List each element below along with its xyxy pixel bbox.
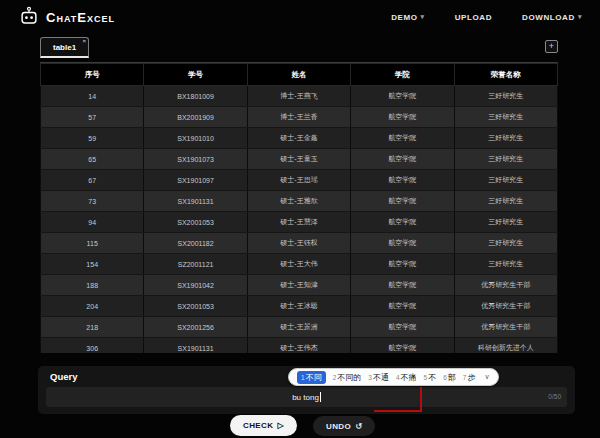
query-label: Query bbox=[50, 371, 77, 382]
tab-table1[interactable]: table1 × bbox=[40, 37, 89, 58]
table-row: 115SX2001182硕士-王钰权航空学院三好研究生 bbox=[41, 233, 558, 254]
table-cell: 154 bbox=[41, 254, 144, 275]
table-cell: SX1901073 bbox=[144, 149, 247, 170]
ime-candidate-number: 3 bbox=[368, 374, 372, 381]
chevron-down-icon: ▾ bbox=[421, 13, 425, 21]
table-cell: SX1901131 bbox=[144, 191, 247, 212]
table-cell: SX2001053 bbox=[144, 212, 247, 233]
ime-candidate-text: 不同的 bbox=[337, 372, 361, 383]
text-caret bbox=[320, 392, 321, 402]
table-cell: 航空学院 bbox=[351, 149, 454, 170]
table-cell: 115 bbox=[41, 233, 144, 254]
table-cell: 科研创新先进个人 bbox=[454, 338, 557, 354]
table-row: 73SX1901131硕士-王雅欣航空学院三好研究生 bbox=[41, 191, 558, 212]
query-input-value: bu tong bbox=[292, 393, 319, 402]
column-header: 荣誉名称 bbox=[454, 64, 557, 86]
undo-button[interactable]: UNDO ↺ bbox=[313, 416, 375, 436]
ime-candidate-number: 1 bbox=[301, 374, 305, 381]
nav-item-demo[interactable]: DEMO▾ bbox=[391, 13, 425, 22]
table-cell: 硕士-王思瑶 bbox=[247, 170, 350, 191]
table-cell: SZ2001121 bbox=[144, 254, 247, 275]
table-cell: SX1901042 bbox=[144, 275, 247, 296]
nav-item-upload[interactable]: UPLOAD bbox=[455, 13, 492, 22]
top-nav: DEMO▾UPLOADDOWNLOAD▾ bbox=[391, 13, 582, 22]
table-cell: 三好研究生 bbox=[454, 149, 557, 170]
table-cell: SX1901131 bbox=[144, 338, 247, 354]
table-row: 306SX1901131硕士-王伟杰航空学院科研创新先进个人 bbox=[41, 338, 558, 354]
table-cell: 硕士-王伟杰 bbox=[247, 338, 350, 354]
ime-candidate[interactable]: 6部 bbox=[443, 372, 456, 383]
robot-logo-icon bbox=[18, 6, 40, 28]
ime-candidate-text: 不同 bbox=[306, 372, 322, 383]
table-cell: 三好研究生 bbox=[454, 212, 557, 233]
data-table-container: 序号学号姓名学院荣誉名称 14BX1801009博士-王燕飞航空学院三好研究生5… bbox=[40, 62, 558, 353]
table-cell: 三好研究生 bbox=[454, 254, 557, 275]
nav-item-label: DEMO bbox=[391, 13, 417, 22]
table-cell: 优秀研究生干部 bbox=[454, 317, 557, 338]
table-row: 14BX1801009博士-王燕飞航空学院三好研究生 bbox=[41, 86, 558, 107]
table-cell: 航空学院 bbox=[351, 107, 454, 128]
ime-chevron-down-icon[interactable]: ∨ bbox=[484, 373, 489, 381]
table-cell: 博士-王兰香 bbox=[247, 107, 350, 128]
table-row: 57BX2001909博士-王兰香航空学院三好研究生 bbox=[41, 107, 558, 128]
table-cell: 硕士-王慧泽 bbox=[247, 212, 350, 233]
ime-candidate[interactable]: 4不痛 bbox=[396, 372, 417, 383]
nav-item-label: DOWNLOAD bbox=[522, 13, 575, 22]
table-row: 218SX2001256硕士-王景洲航空学院优秀研究生干部 bbox=[41, 317, 558, 338]
ime-candidate[interactable]: 1不同 bbox=[297, 371, 326, 384]
table-cell: 204 bbox=[41, 296, 144, 317]
table-cell: 73 bbox=[41, 191, 144, 212]
table-cell: 航空学院 bbox=[351, 317, 454, 338]
table-cell: 航空学院 bbox=[351, 128, 454, 149]
table-cell: 硕士-王冰聪 bbox=[247, 296, 350, 317]
ime-candidate[interactable]: 5不 bbox=[424, 372, 437, 383]
check-button[interactable]: CHECK ▷ bbox=[230, 415, 297, 436]
table-cell: 博士-王燕飞 bbox=[247, 86, 350, 107]
table-row: 204SX2001053硕士-王冰聪航空学院优秀研究生干部 bbox=[41, 296, 558, 317]
add-table-button[interactable]: + bbox=[545, 40, 558, 53]
table-row: 94SX2001053硕士-王慧泽航空学院三好研究生 bbox=[41, 212, 558, 233]
table-cell: 航空学院 bbox=[351, 191, 454, 212]
nav-item-label: UPLOAD bbox=[455, 13, 492, 22]
table-cell: BX2001909 bbox=[144, 107, 247, 128]
tab-close-icon[interactable]: × bbox=[83, 38, 87, 44]
table-cell: 硕士-王知津 bbox=[247, 275, 350, 296]
table-cell: SX2001182 bbox=[144, 233, 247, 254]
check-button-label: CHECK bbox=[243, 421, 273, 430]
table-cell: 三好研究生 bbox=[454, 233, 557, 254]
undo-icon: ↺ bbox=[355, 422, 362, 431]
table-row: 59SX1901010硕士-王金鑫航空学院三好研究生 bbox=[41, 128, 558, 149]
tab-label: table1 bbox=[53, 43, 76, 52]
table-row: 65SX1901073硕士-王童玉航空学院三好研究生 bbox=[41, 149, 558, 170]
table-cell: 硕士-王大伟 bbox=[247, 254, 350, 275]
ime-candidate-text: 部 bbox=[448, 372, 456, 383]
table-cell: 航空学院 bbox=[351, 233, 454, 254]
table-cell: 硕士-王景洲 bbox=[247, 317, 350, 338]
query-input[interactable]: bu tong 0/50 bbox=[46, 387, 567, 407]
ime-candidate[interactable]: 3不通 bbox=[368, 372, 389, 383]
ime-candidate-popup: 1不同2不同的3不通4不痛5不6部7步∨ bbox=[288, 368, 499, 386]
table-cell: BX1801009 bbox=[144, 86, 247, 107]
column-header: 学院 bbox=[351, 64, 454, 86]
ime-candidate-text: 不通 bbox=[373, 372, 389, 383]
table-cell: 三好研究生 bbox=[454, 191, 557, 212]
ime-candidate-number: 2 bbox=[333, 374, 337, 381]
table-cell: 14 bbox=[41, 86, 144, 107]
table-cell: 218 bbox=[41, 317, 144, 338]
top-bar: ChatExcel DEMO▾UPLOADDOWNLOAD▾ bbox=[0, 0, 600, 34]
annotation-red-line-vertical bbox=[420, 387, 422, 412]
ime-candidate[interactable]: 7步 bbox=[463, 372, 476, 383]
table-cell: SX1901010 bbox=[144, 128, 247, 149]
table-cell: 硕士-王雅欣 bbox=[247, 191, 350, 212]
table-cell: SX2001053 bbox=[144, 296, 247, 317]
data-table: 序号学号姓名学院荣誉名称 14BX1801009博士-王燕飞航空学院三好研究生5… bbox=[40, 63, 558, 353]
table-cell: 航空学院 bbox=[351, 86, 454, 107]
nav-item-download[interactable]: DOWNLOAD▾ bbox=[522, 13, 582, 22]
table-cell: 硕士-王童玉 bbox=[247, 149, 350, 170]
logo-text: ChatExcel bbox=[46, 10, 115, 25]
ime-candidate[interactable]: 2不同的 bbox=[333, 372, 362, 383]
table-cell: 57 bbox=[41, 107, 144, 128]
ime-candidate-number: 7 bbox=[463, 374, 467, 381]
table-cell: 94 bbox=[41, 212, 144, 233]
table-cell: 优秀研究生干部 bbox=[454, 275, 557, 296]
